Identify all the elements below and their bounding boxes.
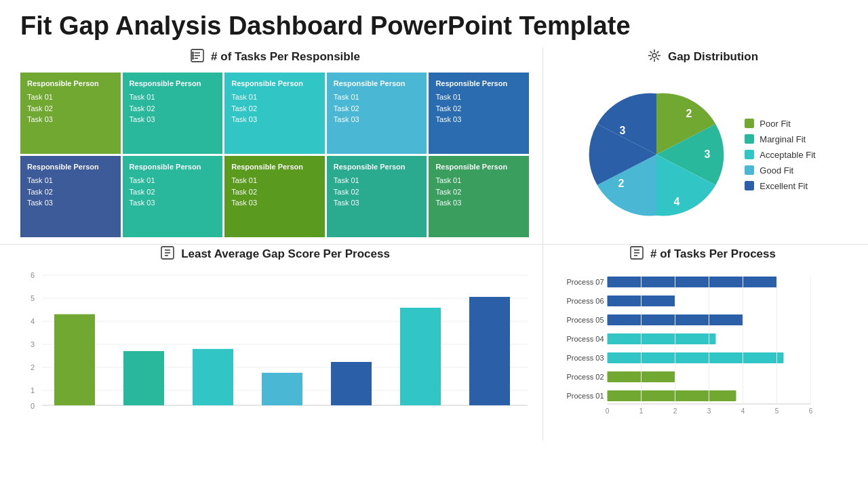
svg-text:3: 3 (707, 407, 711, 415)
svg-rect-39 (54, 314, 95, 405)
excellent-fit-label: Excellent Fit (760, 181, 808, 191)
marginal-fit-dot (745, 134, 754, 144)
tasks-process-header: # of Tasks Per Process (550, 245, 854, 264)
poor-fit-label: Poor Fit (760, 119, 791, 129)
task-cell-7: Responsible Person Task 01Task 02Task 03 (123, 156, 223, 237)
svg-text:2: 2 (31, 363, 35, 371)
task-cell-2: Responsible Person Task 01Task 02Task 03 (123, 73, 223, 154)
svg-rect-64 (608, 333, 716, 344)
tasks-process-title: # of Tasks Per Process (650, 247, 776, 261)
main-title: Fit Gap Analysis Dashboard PowerPoint Te… (0, 0, 868, 47)
gap-distribution-section: Gap Distribution (542, 47, 868, 244)
svg-rect-41 (123, 351, 164, 405)
svg-text:Process 07: Process 07 (473, 411, 507, 412)
svg-point-5 (193, 55, 194, 56)
task-cell-9: Responsible Person Task 01Task 02Task 03 (327, 156, 427, 237)
task-cell-3: Responsible Person Task 01Task 02Task 03 (224, 73, 325, 154)
svg-text:4: 4 (31, 317, 35, 325)
tasks-section-icon (189, 47, 205, 67)
task-cell-5: Responsible Person Task 01Task 02Task 03 (429, 73, 529, 154)
svg-point-6 (193, 58, 194, 59)
svg-text:4: 4 (674, 196, 680, 207)
svg-line-13 (656, 58, 658, 60)
task-cell-4: Responsible Person Task 01Task 02Task 03 (327, 73, 427, 154)
svg-text:Process 04: Process 04 (265, 411, 299, 412)
svg-line-14 (656, 51, 658, 53)
svg-text:5: 5 (775, 407, 779, 415)
task-cell-6: Responsible Person Task 01Task 02Task 03 (20, 156, 121, 237)
task-cell-8: Responsible Person Task 01Task 02Task 03 (224, 156, 325, 237)
svg-text:2: 2 (686, 108, 692, 119)
pie-chart: 2 3 4 2 3 (589, 87, 724, 222)
svg-text:1: 1 (31, 386, 35, 394)
svg-rect-47 (331, 362, 372, 405)
svg-text:Process 05: Process 05 (566, 316, 604, 324)
svg-text:Process 03: Process 03 (196, 411, 230, 412)
legend-acceptable-fit: Acceptable Fit (745, 150, 815, 160)
pie-legend: Poor Fit Marginal Fit Acceptable Fit Goo… (745, 119, 815, 191)
gap-score-chart: 6 5 4 3 2 1 0 Process 01 (20, 270, 529, 434)
svg-text:3: 3 (705, 148, 711, 160)
svg-point-7 (652, 54, 656, 58)
gap-score-section: Least Average Gap Score Per Process 6 5 … (0, 244, 542, 441)
svg-text:5: 5 (31, 294, 35, 302)
svg-text:Process 02: Process 02 (566, 373, 604, 381)
tasks-grid: Responsible Person Task 01Task 02Task 03… (20, 73, 529, 237)
gap-section-title: Gap Distribution (668, 50, 758, 64)
svg-text:Process 03: Process 03 (566, 354, 604, 362)
task-cell-1: Responsible Person Task 01Task 02Task 03 (20, 73, 121, 154)
gap-score-icon (159, 245, 176, 264)
svg-line-12 (650, 51, 652, 53)
svg-rect-49 (400, 308, 441, 405)
svg-text:6: 6 (31, 271, 35, 279)
svg-text:6: 6 (809, 407, 813, 415)
svg-rect-58 (608, 277, 777, 287)
svg-text:4: 4 (741, 407, 745, 415)
tasks-per-responsible-section: # of Tasks Per Responsible Responsible P… (0, 47, 542, 244)
svg-text:Process 01: Process 01 (58, 411, 92, 412)
svg-rect-66 (608, 352, 784, 363)
svg-text:3: 3 (620, 125, 626, 136)
tasks-process-icon (629, 245, 645, 264)
task-cell-10: Responsible Person Task 01Task 02Task 03 (429, 156, 529, 237)
tasks-section-header: # of Tasks Per Responsible (20, 47, 529, 67)
gap-chart-area: 2 3 4 2 3 Poor Fit Marginal Fit (550, 73, 854, 237)
legend-marginal-fit: Marginal Fit (745, 134, 815, 144)
legend-poor-fit: Poor Fit (745, 119, 815, 129)
gap-section-header: Gap Distribution (550, 47, 854, 67)
tasks-per-process-section: # of Tasks Per Process Process 07 Proces… (542, 244, 868, 441)
svg-text:0: 0 (31, 402, 35, 410)
svg-text:Process 07: Process 07 (566, 278, 604, 286)
acceptable-fit-label: Acceptable Fit (760, 150, 815, 160)
legend-excellent-fit: Excellent Fit (745, 181, 815, 191)
acceptable-fit-dot (745, 150, 754, 159)
svg-rect-43 (193, 349, 233, 405)
poor-fit-dot (745, 119, 754, 128)
gap-score-header: Least Average Gap Score Per Process (20, 245, 529, 264)
tasks-process-chart: Process 07 Process 06 Process 05 Process… (550, 270, 854, 434)
excellent-fit-dot (745, 181, 754, 190)
marginal-fit-label: Marginal Fit (760, 134, 806, 144)
svg-text:Process 06: Process 06 (566, 297, 604, 305)
svg-text:2: 2 (618, 178, 625, 189)
svg-rect-70 (608, 390, 736, 401)
svg-text:0: 0 (606, 407, 610, 415)
legend-good-fit: Good Fit (745, 165, 815, 176)
svg-text:1: 1 (639, 407, 644, 415)
tasks-section-title: # of Tasks Per Responsible (211, 50, 360, 64)
gap-score-title: Least Average Gap Score Per Process (181, 247, 390, 261)
good-fit-dot (745, 165, 754, 175)
svg-text:Process 04: Process 04 (566, 335, 604, 343)
gap-section-icon (646, 47, 663, 67)
svg-rect-51 (469, 297, 510, 405)
svg-line-15 (650, 58, 652, 60)
svg-text:Process 05: Process 05 (334, 411, 368, 412)
svg-text:2: 2 (673, 407, 677, 415)
good-fit-label: Good Fit (760, 165, 793, 176)
svg-rect-45 (262, 373, 302, 405)
svg-text:Process 06: Process 06 (403, 411, 437, 412)
svg-text:Process 02: Process 02 (127, 411, 161, 412)
svg-point-4 (193, 52, 194, 54)
svg-text:3: 3 (31, 340, 35, 348)
svg-text:Process 01: Process 01 (566, 392, 604, 400)
